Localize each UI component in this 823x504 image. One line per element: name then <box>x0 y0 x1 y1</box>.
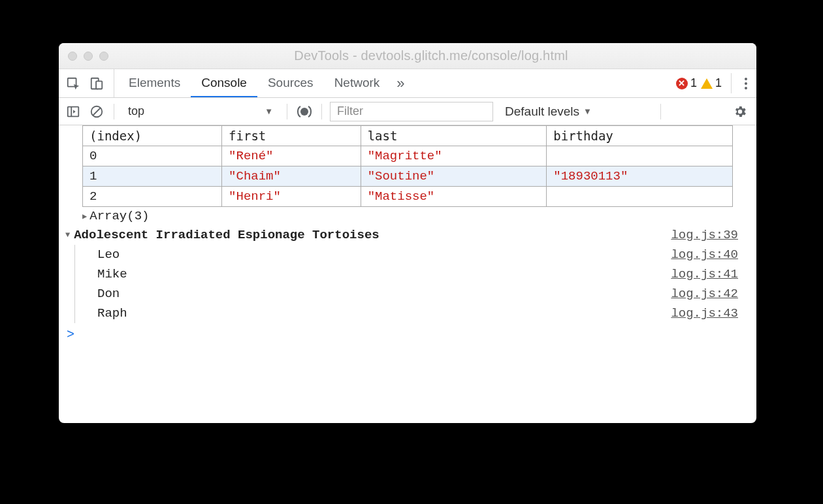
table-row[interactable]: 1 "Chaim" "Soutine" "18930113" <box>83 166 733 187</box>
error-icon: ✕ <box>676 78 688 89</box>
clear-console-icon[interactable] <box>88 102 106 121</box>
console-group-items: Leo log.js:40 Mike log.js:41 Don log.js:… <box>74 245 756 323</box>
console-body: (index) first last birthday 0 "René" "Ma… <box>59 125 756 423</box>
panel-tabstrip: Elements Console Sources Network » ✕ 1 1 <box>59 69 756 98</box>
execution-context-select[interactable]: top ▼ <box>122 102 279 121</box>
console-table: (index) first last birthday 0 "René" "Ma… <box>82 125 733 207</box>
cell-index: 2 <box>83 187 222 207</box>
tab-elements[interactable]: Elements <box>118 69 191 97</box>
warning-icon <box>701 78 713 89</box>
log-message: Don <box>97 287 671 301</box>
cell-birthday <box>547 146 733 166</box>
cell-index: 1 <box>83 166 222 187</box>
group-title: Adolescent Irradiated Espionage Tortoise… <box>74 228 379 242</box>
live-expression-icon[interactable] <box>295 102 314 121</box>
error-count-badge[interactable]: ✕ 1 <box>676 76 697 90</box>
console-toolbar: top ▼ Default levels ▼ <box>59 98 756 125</box>
console-settings-icon[interactable] <box>733 102 751 121</box>
tab-sources[interactable]: Sources <box>257 69 324 97</box>
panel-tabs: Elements Console Sources Network » <box>118 69 412 97</box>
chevron-down-icon: ▼ <box>583 106 592 116</box>
warning-count: 1 <box>715 76 722 90</box>
toggle-sidebar-icon[interactable] <box>64 102 82 121</box>
tabs-overflow-button[interactable]: » <box>390 69 411 97</box>
console-log-item[interactable]: Raph log.js:43 <box>75 304 756 323</box>
close-window-button[interactable] <box>68 52 77 61</box>
array-summary-row[interactable]: ▶ Array(3) <box>59 207 756 225</box>
traffic-lights <box>68 52 108 61</box>
console-log-item[interactable]: Mike log.js:41 <box>75 264 756 284</box>
device-toolbar-icon[interactable] <box>88 74 106 93</box>
array-label: Array(3) <box>89 209 149 223</box>
window-title: DevTools - devtools.glitch.me/console/lo… <box>115 48 747 63</box>
devtools-window: DevTools - devtools.glitch.me/console/lo… <box>59 43 756 423</box>
svg-point-5 <box>300 108 308 116</box>
context-label: top <box>128 104 144 118</box>
filter-input[interactable] <box>330 102 493 121</box>
cell-first: "Henri" <box>222 187 361 207</box>
cell-birthday: "18930113" <box>547 166 733 187</box>
log-message: Mike <box>97 267 671 281</box>
col-index[interactable]: (index) <box>83 126 222 146</box>
cell-last: "Soutine" <box>361 166 547 187</box>
table-row[interactable]: 2 "Henri" "Matisse" <box>83 187 733 207</box>
maximize-window-button[interactable] <box>99 52 108 61</box>
log-level-select[interactable]: Default levels ▼ <box>505 104 592 119</box>
triangle-right-icon: ▶ <box>82 212 87 221</box>
col-first[interactable]: first <box>222 126 361 146</box>
inspect-element-icon[interactable] <box>64 74 82 93</box>
console-group-header[interactable]: ▼ Adolescent Irradiated Espionage Tortoi… <box>59 225 756 245</box>
cell-first: "René" <box>222 146 361 166</box>
source-link[interactable]: log.js:39 <box>671 228 750 242</box>
source-link[interactable]: log.js:40 <box>671 247 750 262</box>
console-log-item[interactable]: Leo log.js:40 <box>75 245 756 264</box>
table-row[interactable]: 0 "René" "Magritte" <box>83 146 733 166</box>
source-link[interactable]: log.js:43 <box>671 306 750 321</box>
separator <box>660 104 661 119</box>
triangle-down-icon: ▼ <box>65 230 70 240</box>
log-level-label: Default levels <box>505 104 579 119</box>
prompt-caret: > <box>67 327 74 342</box>
tab-console[interactable]: Console <box>191 69 257 97</box>
source-link[interactable]: log.js:42 <box>671 287 750 301</box>
separator <box>114 104 114 119</box>
minimize-window-button[interactable] <box>84 52 93 61</box>
cell-index: 0 <box>83 146 222 166</box>
separator <box>321 104 322 119</box>
col-birthday[interactable]: birthday <box>547 126 733 146</box>
console-log-item[interactable]: Don log.js:42 <box>75 284 756 304</box>
warning-count-badge[interactable]: 1 <box>701 76 722 90</box>
console-prompt[interactable]: > <box>59 323 756 346</box>
divider <box>731 73 732 93</box>
source-link[interactable]: log.js:41 <box>671 267 750 281</box>
error-count: 1 <box>690 76 697 90</box>
log-message: Leo <box>97 247 671 262</box>
log-message: Raph <box>97 306 671 321</box>
svg-rect-2 <box>96 81 102 89</box>
cell-last: "Matisse" <box>361 187 547 207</box>
chevron-down-icon: ▼ <box>265 106 273 116</box>
cell-last: "Magritte" <box>361 146 547 166</box>
table-header-row: (index) first last birthday <box>83 126 733 146</box>
cell-birthday <box>547 187 733 207</box>
inspect-tools <box>64 69 114 97</box>
tab-network[interactable]: Network <box>324 69 391 97</box>
col-last[interactable]: last <box>361 126 547 146</box>
separator <box>287 104 287 119</box>
titlebar: DevTools - devtools.glitch.me/console/lo… <box>59 43 756 69</box>
cell-first: "Chaim" <box>222 166 361 187</box>
more-options-button[interactable] <box>741 78 751 89</box>
tabstrip-right: ✕ 1 1 <box>668 69 751 97</box>
